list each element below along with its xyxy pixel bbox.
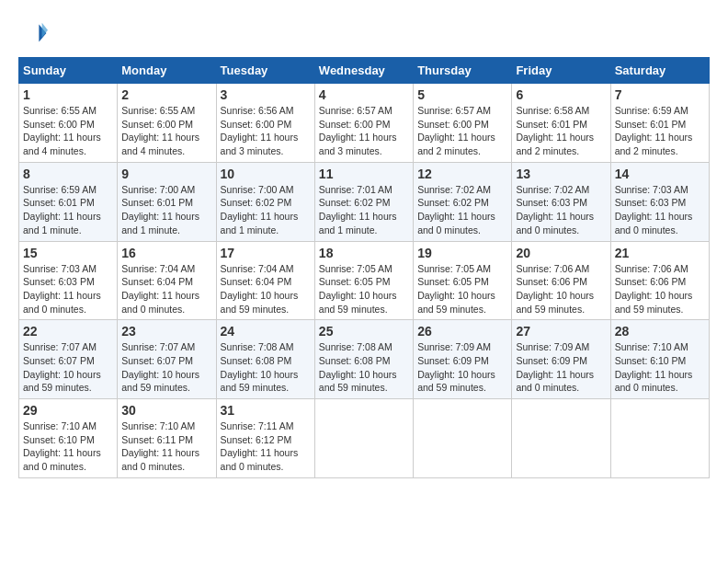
calendar-day-30: 30Sunrise: 7:10 AMSunset: 6:11 PMDayligh… [118,399,216,478]
calendar-day-17: 17Sunrise: 7:04 AMSunset: 6:04 PMDayligh… [216,241,314,320]
calendar-day-6: 6Sunrise: 6:58 AMSunset: 6:01 PMDaylight… [512,84,610,163]
calendar-day-28: 28Sunrise: 7:10 AMSunset: 6:10 PMDayligh… [610,320,709,399]
calendar-day-27: 27Sunrise: 7:09 AMSunset: 6:09 PMDayligh… [512,320,610,399]
calendar-week-3: 15Sunrise: 7:03 AMSunset: 6:03 PMDayligh… [19,241,710,320]
calendar-empty [610,399,709,478]
header-monday: Monday [118,58,216,84]
calendar-day-10: 10Sunrise: 7:00 AMSunset: 6:02 PMDayligh… [216,162,314,241]
calendar-week-2: 8Sunrise: 6:59 AMSunset: 6:01 PMDaylight… [19,162,710,241]
calendar-day-11: 11Sunrise: 7:01 AMSunset: 6:02 PMDayligh… [314,162,413,241]
calendar-day-26: 26Sunrise: 7:09 AMSunset: 6:09 PMDayligh… [414,320,512,399]
calendar-empty [314,399,413,478]
calendar-day-24: 24Sunrise: 7:08 AMSunset: 6:08 PMDayligh… [216,320,314,399]
calendar-day-31: 31Sunrise: 7:11 AMSunset: 6:12 PMDayligh… [216,399,314,478]
calendar-week-5: 29Sunrise: 7:10 AMSunset: 6:10 PMDayligh… [19,399,710,478]
header-sunday: Sunday [19,58,118,84]
calendar-day-15: 15Sunrise: 7:03 AMSunset: 6:03 PMDayligh… [19,241,118,320]
calendar-header-row: SundayMondayTuesdayWednesdayThursdayFrid… [19,58,710,84]
calendar-day-22: 22Sunrise: 7:07 AMSunset: 6:07 PMDayligh… [19,320,118,399]
logo-icon [18,18,48,48]
header-friday: Friday [512,58,610,84]
calendar-day-16: 16Sunrise: 7:04 AMSunset: 6:04 PMDayligh… [118,241,216,320]
calendar-week-1: 1Sunrise: 6:55 AMSunset: 6:00 PMDaylight… [19,84,710,163]
calendar-day-4: 4Sunrise: 6:57 AMSunset: 6:00 PMDaylight… [314,84,413,163]
calendar-day-13: 13Sunrise: 7:02 AMSunset: 6:03 PMDayligh… [512,162,610,241]
calendar-day-2: 2Sunrise: 6:55 AMSunset: 6:00 PMDaylight… [118,84,216,163]
calendar-day-20: 20Sunrise: 7:06 AMSunset: 6:06 PMDayligh… [512,241,610,320]
logo [18,18,51,48]
calendar-day-9: 9Sunrise: 7:00 AMSunset: 6:01 PMDaylight… [118,162,216,241]
calendar-day-7: 7Sunrise: 6:59 AMSunset: 6:01 PMDaylight… [610,84,709,163]
calendar-day-19: 19Sunrise: 7:05 AMSunset: 6:05 PMDayligh… [414,241,512,320]
calendar-empty [512,399,610,478]
calendar-day-21: 21Sunrise: 7:06 AMSunset: 6:06 PMDayligh… [610,241,709,320]
header [18,18,710,48]
calendar-day-29: 29Sunrise: 7:10 AMSunset: 6:10 PMDayligh… [19,399,118,478]
calendar-week-4: 22Sunrise: 7:07 AMSunset: 6:07 PMDayligh… [19,320,710,399]
calendar-day-1: 1Sunrise: 6:55 AMSunset: 6:00 PMDaylight… [19,84,118,163]
calendar-day-5: 5Sunrise: 6:57 AMSunset: 6:00 PMDaylight… [414,84,512,163]
header-tuesday: Tuesday [216,58,314,84]
header-saturday: Saturday [610,58,709,84]
calendar-empty [414,399,512,478]
calendar-day-3: 3Sunrise: 6:56 AMSunset: 6:00 PMDaylight… [216,84,314,163]
calendar-day-18: 18Sunrise: 7:05 AMSunset: 6:05 PMDayligh… [314,241,413,320]
calendar-day-12: 12Sunrise: 7:02 AMSunset: 6:02 PMDayligh… [414,162,512,241]
svg-marker-1 [42,23,48,38]
calendar: SundayMondayTuesdayWednesdayThursdayFrid… [18,57,710,478]
header-thursday: Thursday [414,58,512,84]
calendar-day-8: 8Sunrise: 6:59 AMSunset: 6:01 PMDaylight… [19,162,118,241]
calendar-day-23: 23Sunrise: 7:07 AMSunset: 6:07 PMDayligh… [118,320,216,399]
calendar-day-25: 25Sunrise: 7:08 AMSunset: 6:08 PMDayligh… [314,320,413,399]
calendar-day-14: 14Sunrise: 7:03 AMSunset: 6:03 PMDayligh… [610,162,709,241]
header-wednesday: Wednesday [314,58,413,84]
